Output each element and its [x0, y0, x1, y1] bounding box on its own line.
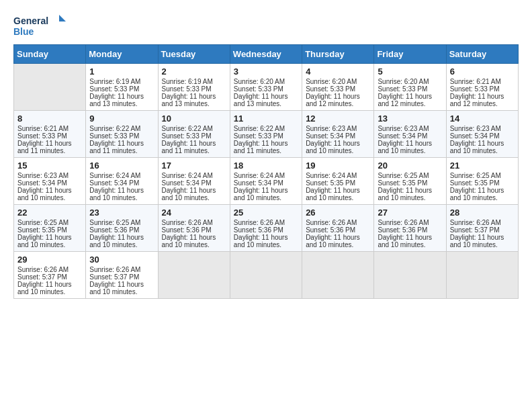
calendar-cell: 16Sunrise: 6:24 AMSunset: 5:34 PMDayligh…	[86, 158, 158, 205]
calendar-cell	[302, 252, 374, 299]
calendar-cell: 28Sunrise: 6:26 AMSunset: 5:37 PMDayligh…	[446, 205, 518, 252]
sunset-text: Sunset: 5:36 PM	[162, 226, 226, 234]
day-number: 5	[378, 66, 442, 77]
day-number: 26	[306, 208, 370, 218]
calendar-cell: 20Sunrise: 6:25 AMSunset: 5:35 PMDayligh…	[374, 158, 446, 205]
daylight-text: Daylight: 11 hours and 11 minutes.	[89, 140, 154, 154]
day-number: 9	[89, 113, 154, 124]
sunrise-text: Sunrise: 6:26 AM	[89, 266, 154, 273]
calendar-cell: 24Sunrise: 6:26 AMSunset: 5:36 PMDayligh…	[158, 205, 230, 252]
sunset-text: Sunset: 5:36 PM	[306, 226, 370, 234]
sunrise-text: Sunrise: 6:24 AM	[162, 172, 226, 179]
day-number: 21	[450, 161, 515, 171]
daylight-text: Daylight: 11 hours and 10 minutes.	[89, 187, 154, 201]
sunset-text: Sunset: 5:33 PM	[306, 85, 370, 93]
sunrise-text: Sunrise: 6:19 AM	[162, 78, 226, 85]
sunset-text: Sunset: 5:35 PM	[450, 179, 515, 187]
sunrise-text: Sunrise: 6:23 AM	[306, 125, 370, 132]
day-number: 19	[306, 161, 370, 171]
daylight-text: Daylight: 11 hours and 10 minutes.	[89, 234, 154, 248]
sunset-text: Sunset: 5:34 PM	[89, 179, 154, 187]
page-header: General Blue	[13, 13, 519, 38]
calendar-cell: 11Sunrise: 6:22 AMSunset: 5:33 PMDayligh…	[230, 111, 302, 158]
day-number: 12	[306, 113, 370, 124]
logo-icon: General Blue	[13, 13, 67, 38]
day-number: 30	[89, 255, 154, 265]
day-number: 28	[450, 208, 515, 218]
calendar-cell	[158, 252, 230, 299]
day-number: 23	[89, 208, 154, 218]
calendar-cell	[14, 64, 86, 111]
sunrise-text: Sunrise: 6:26 AM	[378, 219, 442, 226]
calendar-cell: 4Sunrise: 6:20 AMSunset: 5:33 PMDaylight…	[302, 64, 374, 111]
weekday-header: Monday	[86, 45, 158, 64]
daylight-text: Daylight: 11 hours and 11 minutes.	[234, 140, 298, 154]
daylight-text: Daylight: 11 hours and 10 minutes.	[306, 140, 370, 154]
sunset-text: Sunset: 5:33 PM	[378, 85, 442, 93]
daylight-text: Daylight: 11 hours and 10 minutes.	[450, 187, 515, 201]
sunrise-text: Sunrise: 6:25 AM	[17, 219, 82, 226]
sunrise-text: Sunrise: 6:25 AM	[89, 219, 154, 226]
calendar-cell: 6Sunrise: 6:21 AMSunset: 5:33 PMDaylight…	[446, 64, 518, 111]
svg-text:Blue: Blue	[13, 26, 34, 37]
calendar-cell: 13Sunrise: 6:23 AMSunset: 5:34 PMDayligh…	[374, 111, 446, 158]
logo: General Blue	[13, 13, 67, 38]
daylight-text: Daylight: 11 hours and 10 minutes.	[234, 234, 298, 248]
calendar-cell: 26Sunrise: 6:26 AMSunset: 5:36 PMDayligh…	[302, 205, 374, 252]
daylight-text: Daylight: 11 hours and 13 minutes.	[234, 93, 298, 107]
daylight-text: Daylight: 11 hours and 11 minutes.	[17, 140, 82, 154]
sunrise-text: Sunrise: 6:26 AM	[17, 266, 82, 273]
sunrise-text: Sunrise: 6:22 AM	[162, 125, 226, 132]
sunset-text: Sunset: 5:36 PM	[234, 226, 298, 234]
calendar-cell: 2Sunrise: 6:19 AMSunset: 5:33 PMDaylight…	[158, 64, 230, 111]
sunrise-text: Sunrise: 6:26 AM	[162, 219, 226, 226]
day-number: 10	[162, 113, 226, 124]
day-number: 11	[234, 113, 298, 124]
sunrise-text: Sunrise: 6:23 AM	[17, 172, 82, 179]
day-number: 3	[234, 66, 298, 77]
calendar-cell	[446, 252, 518, 299]
calendar-cell: 8Sunrise: 6:21 AMSunset: 5:33 PMDaylight…	[14, 111, 86, 158]
sunset-text: Sunset: 5:34 PM	[378, 132, 442, 140]
daylight-text: Daylight: 11 hours and 12 minutes.	[306, 93, 370, 107]
sunset-text: Sunset: 5:34 PM	[450, 132, 515, 140]
calendar-cell: 23Sunrise: 6:25 AMSunset: 5:36 PMDayligh…	[86, 205, 158, 252]
daylight-text: Daylight: 11 hours and 13 minutes.	[162, 93, 226, 107]
daylight-text: Daylight: 11 hours and 10 minutes.	[450, 234, 515, 248]
day-number: 14	[450, 113, 515, 124]
daylight-text: Daylight: 11 hours and 10 minutes.	[378, 140, 442, 154]
weekday-header: Saturday	[446, 45, 518, 64]
daylight-text: Daylight: 11 hours and 10 minutes.	[162, 187, 226, 201]
sunset-text: Sunset: 5:33 PM	[234, 85, 298, 93]
sunset-text: Sunset: 5:35 PM	[306, 179, 370, 187]
calendar-cell: 19Sunrise: 6:24 AMSunset: 5:35 PMDayligh…	[302, 158, 374, 205]
svg-marker-2	[59, 15, 66, 21]
day-number: 15	[17, 161, 82, 171]
weekday-header: Sunday	[14, 45, 86, 64]
calendar-cell: 12Sunrise: 6:23 AMSunset: 5:34 PMDayligh…	[302, 111, 374, 158]
sunset-text: Sunset: 5:34 PM	[306, 132, 370, 140]
calendar-cell	[230, 252, 302, 299]
day-number: 22	[17, 208, 82, 218]
weekday-header: Tuesday	[158, 45, 230, 64]
sunset-text: Sunset: 5:34 PM	[17, 179, 82, 187]
daylight-text: Daylight: 11 hours and 10 minutes.	[306, 234, 370, 248]
daylight-text: Daylight: 11 hours and 12 minutes.	[378, 93, 442, 107]
sunset-text: Sunset: 5:37 PM	[89, 273, 154, 281]
calendar-cell: 18Sunrise: 6:24 AMSunset: 5:34 PMDayligh…	[230, 158, 302, 205]
calendar-cell: 25Sunrise: 6:26 AMSunset: 5:36 PMDayligh…	[230, 205, 302, 252]
day-number: 18	[234, 161, 298, 171]
calendar-cell: 22Sunrise: 6:25 AMSunset: 5:35 PMDayligh…	[14, 205, 86, 252]
calendar-header-row: SundayMondayTuesdayWednesdayThursdayFrid…	[14, 45, 519, 64]
weekday-header: Friday	[374, 45, 446, 64]
day-number: 20	[378, 161, 442, 171]
day-number: 6	[450, 66, 515, 77]
sunset-text: Sunset: 5:33 PM	[162, 132, 226, 140]
day-number: 24	[162, 208, 226, 218]
daylight-text: Daylight: 11 hours and 10 minutes.	[17, 187, 82, 201]
sunrise-text: Sunrise: 6:21 AM	[17, 125, 82, 132]
sunrise-text: Sunrise: 6:24 AM	[89, 172, 154, 179]
sunset-text: Sunset: 5:34 PM	[162, 179, 226, 187]
sunset-text: Sunset: 5:33 PM	[450, 85, 515, 93]
daylight-text: Daylight: 11 hours and 10 minutes.	[17, 234, 82, 248]
